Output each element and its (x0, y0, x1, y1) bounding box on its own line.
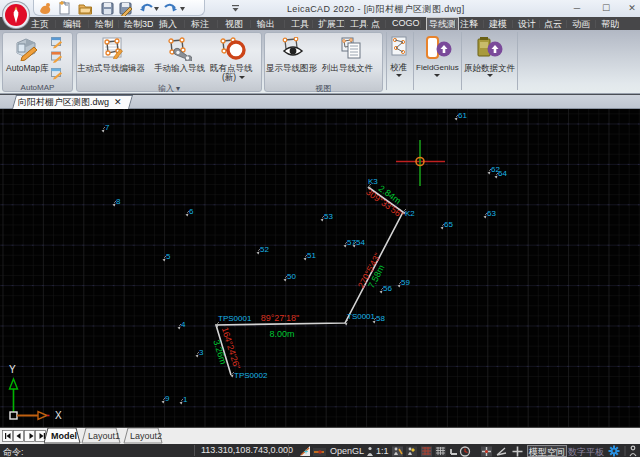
svg-text:6: 6 (189, 207, 194, 216)
svg-text:Y: Y (9, 364, 16, 375)
svg-text:63: 63 (487, 209, 496, 218)
svg-text:OpenGL: OpenGL (330, 446, 364, 456)
svg-text:56: 56 (383, 284, 392, 293)
svg-text:1:1: 1:1 (376, 446, 389, 456)
svg-text:Layout1: Layout1 (88, 431, 120, 441)
svg-text:3: 3 (199, 348, 204, 357)
svg-text:52: 52 (260, 245, 269, 254)
svg-text:9: 9 (165, 394, 170, 403)
svg-text:54: 54 (356, 238, 365, 247)
svg-text:89°27'18": 89°27'18" (261, 313, 300, 323)
svg-text:K2: K2 (405, 209, 415, 218)
svg-text:X: X (55, 410, 62, 421)
svg-text:TS0001: TS0001 (347, 312, 376, 321)
svg-text:8: 8 (116, 197, 121, 206)
svg-text:K3: K3 (368, 177, 378, 186)
svg-text:TPS0002: TPS0002 (234, 371, 268, 380)
svg-text:50: 50 (287, 272, 296, 281)
svg-text:7: 7 (105, 123, 110, 132)
svg-text:58: 58 (376, 314, 385, 323)
svg-text:Layout2: Layout2 (130, 431, 162, 441)
svg-text:1: 1 (183, 395, 188, 404)
svg-text:59: 59 (401, 278, 410, 287)
svg-text:Model: Model (51, 431, 77, 441)
svg-text:4: 4 (181, 320, 186, 329)
svg-text:51: 51 (307, 251, 316, 260)
svg-text:53: 53 (324, 212, 333, 221)
svg-text:61: 61 (458, 111, 467, 120)
svg-text:5: 5 (166, 252, 171, 261)
svg-text:65: 65 (444, 220, 453, 229)
svg-text:64: 64 (498, 169, 507, 178)
svg-text:TPS0001: TPS0001 (218, 314, 252, 323)
svg-text:8.00m: 8.00m (269, 329, 294, 339)
